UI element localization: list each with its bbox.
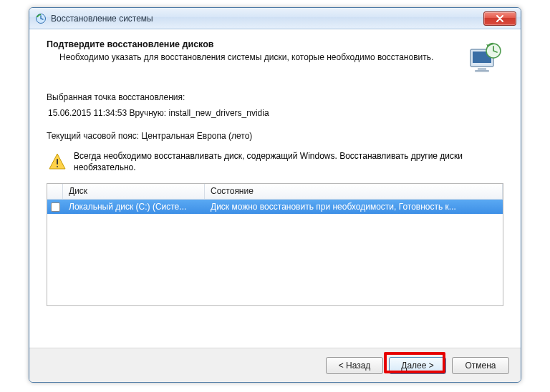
page-header: Подтвердите восстановление дисков Необхо…	[47, 39, 503, 77]
row-status: Диск можно восстановить при необходимост…	[205, 202, 503, 212]
row-disk: Локальный диск (C:) (Систе...	[63, 202, 205, 212]
svg-rect-7	[57, 166, 58, 167]
column-checkbox[interactable]	[47, 184, 63, 199]
wizard-footer: < Назад Далее > Отмена	[29, 348, 521, 382]
client-area: Подтвердите восстановление дисков Необхо…	[29, 29, 521, 348]
listview-header: Диск Состояние	[47, 184, 503, 200]
system-restore-window: Восстановление системы Подтвердите восст…	[29, 7, 521, 383]
back-button[interactable]: < Назад	[326, 357, 383, 374]
svg-rect-3	[478, 68, 486, 70]
svg-rect-6	[57, 159, 58, 165]
monitor-restore-icon	[466, 39, 503, 77]
timezone-text: Текущий часовой пояс: Центральная Европа…	[47, 131, 503, 141]
disk-listview[interactable]: Диск Состояние Локальный диск (C:) (Сист…	[47, 183, 503, 306]
cancel-button[interactable]: Отмена	[452, 357, 509, 374]
page-subtitle: Необходимо указать для восстановления си…	[47, 52, 459, 64]
row-checkbox[interactable]	[47, 202, 63, 212]
warning-box: Всегда необходимо восстанавливать диск, …	[47, 151, 503, 173]
column-status[interactable]: Состояние	[205, 184, 503, 199]
list-item[interactable]: Локальный диск (C:) (Систе... Диск можно…	[47, 200, 503, 214]
restore-point-section: Выбранная точка восстановления: 15.06.20…	[47, 92, 503, 118]
restore-point-label: Выбранная точка восстановления:	[47, 92, 503, 102]
window-title: Восстановление системы	[51, 14, 153, 24]
close-button[interactable]	[483, 11, 516, 26]
restore-point-value: 15.06.2015 11:34:53 Вручную: install_new…	[47, 108, 503, 118]
page-title: Подтвердите восстановление дисков	[47, 39, 459, 49]
next-button[interactable]: Далее >	[389, 357, 446, 374]
svg-rect-4	[475, 70, 489, 72]
listview-body: Локальный диск (C:) (Систе... Диск можно…	[47, 200, 503, 305]
column-disk[interactable]: Диск	[63, 184, 205, 199]
warning-text: Всегда необходимо восстанавливать диск, …	[74, 151, 502, 173]
restore-icon	[35, 13, 47, 24]
titlebar: Восстановление системы	[29, 8, 521, 29]
warning-icon	[48, 152, 67, 171]
